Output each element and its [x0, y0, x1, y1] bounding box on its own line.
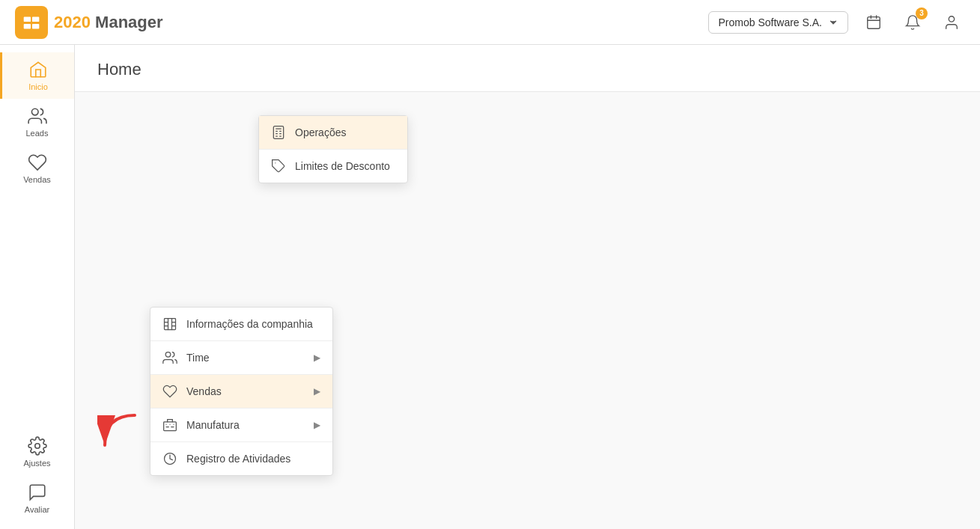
building-icon: [162, 317, 177, 331]
menu-info-label: Informações da companhia: [186, 318, 313, 330]
sidebar-item-inicio[interactable]: Inicio: [0, 52, 74, 99]
svg-rect-1: [24, 16, 31, 22]
sidebar-item-vendas[interactable]: Vendas: [0, 145, 74, 192]
company-name: Promob Software S.A.: [718, 16, 822, 28]
sidebar-leads-label: Leads: [26, 129, 49, 138]
svg-rect-20: [164, 422, 177, 431]
layout: Inicio Leads Vendas Ajustes: [0, 45, 980, 529]
svg-point-10: [31, 108, 38, 115]
chevron-right-icon: ▶: [314, 352, 320, 363]
handshake-icon: [162, 384, 177, 399]
chevron-down-icon: [828, 17, 839, 28]
sidebar-ajustes-label: Ajustes: [23, 459, 50, 468]
svg-rect-5: [868, 16, 880, 28]
menu-vendas-label: Vendas: [186, 385, 222, 397]
sidebar-item-avaliar[interactable]: Avaliar: [0, 475, 74, 522]
main-content: Home Informações da companhia: [75, 45, 980, 529]
context-menu: Informações da companhia Time ▶ Vendas: [150, 307, 333, 476]
sidebar-item-ajustes[interactable]: Ajustes: [0, 429, 74, 475]
header-left: 2020 Manager: [15, 6, 163, 39]
menu-item-vendas[interactable]: Vendas ▶: [150, 375, 332, 408]
logo-manager: Manager: [95, 13, 162, 31]
notification-badge: 3: [916, 7, 928, 19]
notification-icon[interactable]: 3: [899, 9, 926, 36]
activity-icon: [162, 451, 177, 466]
menu-item-info-companhia[interactable]: Informações da companhia: [150, 308, 332, 340]
sidebar-inicio-label: Inicio: [28, 82, 48, 91]
sub-limites-label: Limites de Desconto: [295, 160, 390, 172]
sub-menu-item-limites[interactable]: Limites de Desconto: [259, 150, 407, 183]
svg-rect-3: [24, 23, 31, 28]
menu-item-registro[interactable]: Registro de Atividades: [150, 442, 332, 475]
svg-point-9: [949, 16, 954, 21]
sidebar-item-leads[interactable]: Leads: [0, 99, 74, 145]
team-icon: [162, 350, 177, 365]
discount-icon: [271, 159, 286, 174]
svg-rect-4: [32, 23, 39, 28]
svg-rect-27: [273, 126, 283, 139]
user-icon[interactable]: [938, 9, 965, 36]
company-selector[interactable]: Promob Software S.A.: [708, 11, 848, 34]
chevron-right-icon-3: ▶: [314, 420, 320, 430]
page-title: Home: [97, 60, 958, 79]
header-right: Promob Software S.A. 3: [708, 9, 965, 36]
calendar-icon[interactable]: [860, 9, 887, 36]
logo-2020: 2020: [54, 13, 91, 31]
logo-text: 2020 Manager: [54, 13, 163, 32]
svg-rect-0: [22, 12, 41, 31]
header: 2020 Manager Promob Software S.A. 3: [0, 0, 980, 45]
svg-rect-12: [165, 319, 176, 330]
chevron-right-icon-2: ▶: [314, 386, 320, 397]
menu-manufatura-label: Manufatura: [186, 419, 240, 431]
svg-rect-2: [32, 16, 39, 22]
arrow-indicator: [97, 412, 142, 456]
page-header: Home: [75, 45, 980, 92]
factory-icon: [162, 418, 177, 432]
svg-point-19: [165, 352, 171, 358]
menu-time-label: Time: [186, 352, 210, 364]
calculator-icon: [271, 125, 286, 140]
sidebar: Inicio Leads Vendas Ajustes: [0, 45, 75, 529]
logo-icon: [15, 6, 48, 39]
menu-item-manufatura[interactable]: Manufatura ▶: [150, 409, 332, 441]
sub-operacoes-label: Operações: [295, 126, 346, 138]
menu-item-time[interactable]: Time ▶: [150, 341, 332, 374]
sub-menu-item-operacoes[interactable]: Operações: [259, 116, 407, 149]
svg-point-11: [34, 444, 40, 449]
sidebar-vendas-label: Vendas: [23, 175, 51, 184]
sub-menu: Operações Limites de Desconto: [258, 115, 408, 183]
menu-registro-label: Registro de Atividades: [186, 453, 290, 465]
sidebar-avaliar-label: Avaliar: [25, 505, 49, 514]
